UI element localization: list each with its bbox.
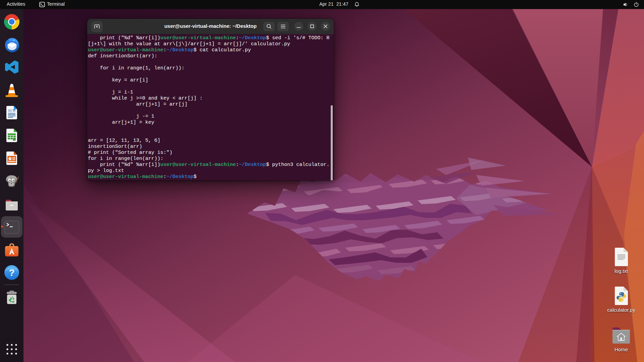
svg-text:?: ?	[9, 267, 14, 278]
